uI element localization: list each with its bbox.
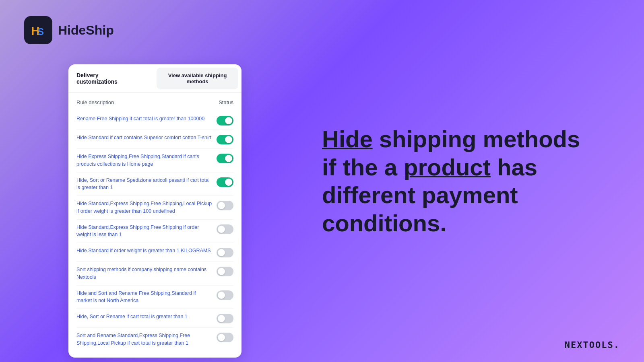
rule-label-5[interactable]: Hide Standard,Express Shipping,Free Ship… — [76, 224, 217, 239]
rule-toggle-6[interactable] — [217, 248, 233, 257]
rule-row: Sort shipping methods if company shippin… — [76, 262, 233, 286]
rule-label-6[interactable]: Hide Standard if order weight is greater… — [76, 247, 217, 255]
rule-row: Hide, Sort or Rename if cart total is gr… — [76, 309, 233, 328]
hero-line-1: Hide shipping methods — [322, 125, 612, 153]
rule-toggle-1[interactable] — [217, 135, 233, 144]
tab-delivery-customizations[interactable]: Delivery customizations — [68, 64, 153, 93]
rule-toggle-2[interactable] — [217, 154, 233, 163]
rule-label-3[interactable]: Hide, Sort or Rename Spedizione articoli… — [76, 177, 217, 192]
rule-row: Hide Standard if cart contains Superior … — [76, 130, 233, 149]
hero-underline-product: product — [404, 154, 491, 180]
rule-row: Hide Standard if order weight is greater… — [76, 243, 233, 262]
main-panel: Delivery customizations View available s… — [68, 64, 242, 358]
logo-area: H S HideShip — [24, 16, 114, 44]
rule-toggle-0[interactable] — [217, 116, 233, 125]
svg-text:S: S — [37, 26, 44, 37]
col-header-rule: Rule description — [76, 99, 114, 105]
rule-row: Hide Standard,Express Shipping,Free Ship… — [76, 220, 233, 243]
rule-row: Hide Standard,Express Shipping,Free Ship… — [76, 196, 233, 220]
hero-line-3: different payment conditions. — [322, 181, 612, 237]
tab-view-shipping-methods[interactable]: View available shipping methods — [157, 68, 238, 89]
panel-header: Delivery customizations View available s… — [68, 64, 242, 93]
hero-section: Hide shipping methods if the a product h… — [322, 125, 612, 237]
hero-underline-hide: Hide — [322, 126, 373, 152]
rule-label-4[interactable]: Hide Standard,Express Shipping,Free Ship… — [76, 200, 217, 215]
rule-row: Rename Free Shipping if cart total is gr… — [76, 111, 233, 130]
rule-row: Hide Express Shipping,Free Shipping,Stan… — [76, 149, 233, 173]
rule-row: Hide and Sort and Rename Free Shipping,S… — [76, 286, 233, 309]
app-name: HideShip — [58, 23, 114, 38]
rule-row: Sort and Rename Standard,Express Shippin… — [76, 328, 233, 351]
app-logo-icon: H S — [24, 16, 52, 44]
rule-label-1[interactable]: Hide Standard if cart contains Superior … — [76, 134, 217, 142]
rule-toggle-5[interactable] — [217, 224, 233, 234]
rule-label-7[interactable]: Sort shipping methods if company shippin… — [76, 266, 217, 281]
rule-label-0[interactable]: Rename Free Shipping if cart total is gr… — [76, 115, 217, 123]
rules-list: Rename Free Shipping if cart total is gr… — [76, 111, 233, 351]
rule-toggle-4[interactable] — [217, 201, 233, 210]
panel-body: Rule description Status Rename Free Ship… — [68, 93, 242, 358]
rule-label-2[interactable]: Hide Express Shipping,Free Shipping,Stan… — [76, 153, 217, 168]
hero-line-2: if the a product has — [322, 153, 612, 181]
rule-toggle-7[interactable] — [217, 267, 233, 276]
rule-toggle-3[interactable] — [217, 177, 233, 187]
hero-text-rest-1: shipping methods — [379, 126, 580, 152]
rule-row: Hide, Sort or Rename Spedizione articoli… — [76, 173, 233, 196]
rule-label-10[interactable]: Sort and Rename Standard,Express Shippin… — [76, 332, 217, 347]
rule-label-9[interactable]: Hide, Sort or Rename if cart total is gr… — [76, 313, 217, 321]
rule-toggle-8[interactable] — [217, 290, 233, 300]
rule-toggle-9[interactable] — [217, 314, 233, 323]
nextools-logo: NEXTOOLS. — [565, 340, 620, 350]
rule-toggle-10[interactable] — [217, 333, 233, 342]
column-headers: Rule description Status — [76, 99, 233, 105]
rule-label-8[interactable]: Hide and Sort and Rename Free Shipping,S… — [76, 290, 217, 305]
col-header-status: Status — [219, 99, 233, 105]
